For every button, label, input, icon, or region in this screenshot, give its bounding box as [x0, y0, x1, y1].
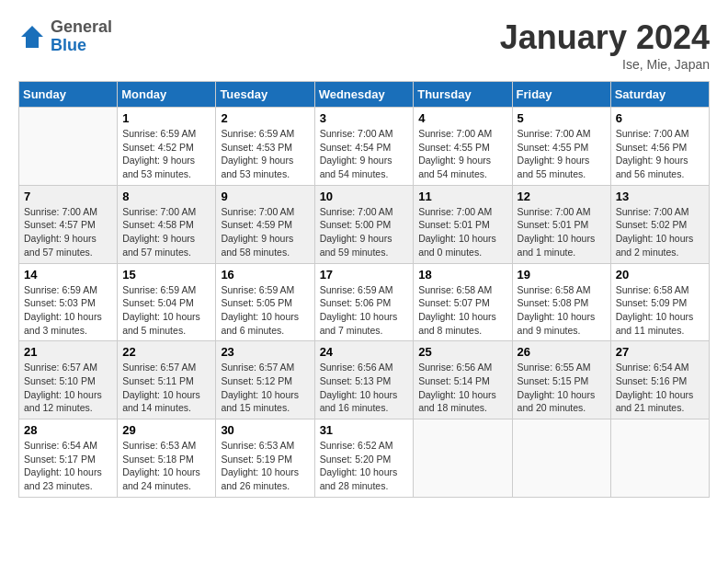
day-info: Sunrise: 6:56 AMSunset: 5:14 PMDaylight:… [418, 361, 506, 415]
calendar-cell: 19Sunrise: 6:58 AMSunset: 5:08 PMDayligh… [512, 263, 610, 341]
day-number: 19 [518, 268, 606, 282]
day-number: 30 [221, 423, 309, 437]
day-number: 9 [221, 190, 309, 203]
day-number: 6 [616, 111, 704, 125]
calendar-cell: 21Sunrise: 6:57 AMSunset: 5:10 PMDayligh… [19, 341, 118, 419]
day-info: Sunrise: 7:00 AMSunset: 5:01 PMDaylight:… [518, 205, 606, 259]
day-number: 4 [418, 111, 506, 125]
calendar-table: SundayMondayTuesdayWednesdayThursdayFrid… [18, 81, 710, 498]
calendar-cell: 15Sunrise: 6:59 AMSunset: 5:04 PMDayligh… [118, 263, 216, 341]
calendar-cell: 10Sunrise: 7:00 AMSunset: 5:00 PMDayligh… [314, 185, 414, 263]
calendar-cell: 25Sunrise: 6:56 AMSunset: 5:14 PMDayligh… [414, 341, 512, 419]
day-info: Sunrise: 6:53 AMSunset: 5:18 PMDaylight:… [122, 439, 210, 493]
day-info: Sunrise: 6:57 AMSunset: 5:12 PMDaylight:… [221, 361, 309, 415]
calendar-cell: 5Sunrise: 7:00 AMSunset: 4:55 PMDaylight… [512, 108, 610, 186]
day-info: Sunrise: 6:57 AMSunset: 5:10 PMDaylight:… [24, 361, 112, 415]
calendar-header-tuesday: Tuesday [216, 82, 314, 108]
day-info: Sunrise: 6:59 AMSunset: 5:04 PMDaylight:… [122, 283, 210, 338]
calendar-cell [19, 108, 118, 186]
day-number: 27 [616, 345, 704, 359]
calendar-cell: 29Sunrise: 6:53 AMSunset: 5:18 PMDayligh… [118, 419, 216, 498]
day-number: 23 [221, 345, 309, 359]
logo-general: General [51, 18, 112, 37]
calendar-header-sunday: Sunday [19, 82, 118, 108]
day-info: Sunrise: 6:57 AMSunset: 5:11 PMDaylight:… [122, 361, 210, 415]
day-number: 24 [320, 345, 409, 359]
day-number: 22 [122, 345, 210, 359]
day-info: Sunrise: 6:59 AMSunset: 5:05 PMDaylight:… [221, 283, 309, 338]
calendar-cell [610, 419, 709, 498]
day-info: Sunrise: 6:58 AMSunset: 5:08 PMDaylight:… [518, 283, 606, 338]
calendar-cell: 9Sunrise: 7:00 AMSunset: 4:59 PMDaylight… [216, 185, 314, 263]
calendar-cell: 27Sunrise: 6:54 AMSunset: 5:16 PMDayligh… [610, 341, 709, 419]
day-info: Sunrise: 7:00 AMSunset: 5:00 PMDaylight:… [320, 205, 409, 259]
calendar-header-friday: Friday [512, 82, 610, 108]
day-number: 16 [221, 268, 309, 282]
calendar-cell: 7Sunrise: 7:00 AMSunset: 4:57 PMDaylight… [19, 185, 118, 263]
day-info: Sunrise: 7:00 AMSunset: 4:55 PMDaylight:… [418, 127, 506, 181]
calendar-cell: 14Sunrise: 6:59 AMSunset: 5:03 PMDayligh… [19, 263, 118, 341]
calendar-week-row: 7Sunrise: 7:00 AMSunset: 4:57 PMDaylight… [19, 185, 710, 263]
calendar-cell: 24Sunrise: 6:56 AMSunset: 5:13 PMDayligh… [314, 341, 414, 419]
day-number: 15 [122, 268, 210, 282]
calendar-cell [414, 419, 512, 498]
day-number: 31 [320, 423, 409, 437]
calendar-cell: 8Sunrise: 7:00 AMSunset: 4:58 PMDaylight… [118, 185, 216, 263]
location: Ise, Mie, Japan [500, 57, 710, 72]
calendar-cell: 11Sunrise: 7:00 AMSunset: 5:01 PMDayligh… [414, 185, 512, 263]
day-info: Sunrise: 7:00 AMSunset: 5:02 PMDaylight:… [616, 205, 704, 259]
day-info: Sunrise: 6:59 AMSunset: 4:53 PMDaylight:… [221, 127, 309, 181]
svg-marker-0 [21, 26, 43, 48]
calendar-cell: 30Sunrise: 6:53 AMSunset: 5:19 PMDayligh… [216, 419, 314, 498]
day-info: Sunrise: 6:59 AMSunset: 4:52 PMDaylight:… [122, 127, 210, 181]
day-info: Sunrise: 7:00 AMSunset: 4:55 PMDaylight:… [518, 127, 606, 181]
calendar-cell: 23Sunrise: 6:57 AMSunset: 5:12 PMDayligh… [216, 341, 314, 419]
day-info: Sunrise: 7:00 AMSunset: 4:59 PMDaylight:… [221, 205, 309, 259]
calendar-cell: 1Sunrise: 6:59 AMSunset: 4:52 PMDaylight… [118, 108, 216, 186]
logo-text: General Blue [51, 18, 112, 55]
day-info: Sunrise: 7:00 AMSunset: 4:54 PMDaylight:… [320, 127, 409, 181]
day-info: Sunrise: 7:00 AMSunset: 4:58 PMDaylight:… [122, 205, 210, 259]
day-number: 8 [122, 190, 210, 203]
day-number: 3 [320, 111, 409, 125]
day-info: Sunrise: 6:52 AMSunset: 5:20 PMDaylight:… [320, 439, 409, 493]
calendar-cell: 26Sunrise: 6:55 AMSunset: 5:15 PMDayligh… [512, 341, 610, 419]
calendar-cell: 18Sunrise: 6:58 AMSunset: 5:07 PMDayligh… [414, 263, 512, 341]
day-number: 28 [24, 423, 112, 437]
day-info: Sunrise: 6:56 AMSunset: 5:13 PMDaylight:… [320, 361, 409, 415]
day-number: 17 [320, 268, 409, 282]
calendar-week-row: 1Sunrise: 6:59 AMSunset: 4:52 PMDaylight… [19, 108, 710, 186]
day-number: 29 [122, 423, 210, 437]
calendar-cell: 16Sunrise: 6:59 AMSunset: 5:05 PMDayligh… [216, 263, 314, 341]
day-number: 14 [24, 268, 112, 282]
day-number: 26 [518, 345, 606, 359]
title-block: January 2024 Ise, Mie, Japan [500, 18, 710, 72]
month-title: January 2024 [500, 18, 710, 57]
calendar-header-thursday: Thursday [414, 82, 512, 108]
page-header: General Blue January 2024 Ise, Mie, Japa… [18, 18, 710, 72]
calendar-cell: 20Sunrise: 6:58 AMSunset: 5:09 PMDayligh… [610, 263, 709, 341]
day-number: 11 [418, 190, 506, 203]
day-info: Sunrise: 6:59 AMSunset: 5:06 PMDaylight:… [320, 283, 409, 338]
day-info: Sunrise: 6:55 AMSunset: 5:15 PMDaylight:… [518, 361, 606, 415]
day-info: Sunrise: 6:58 AMSunset: 5:07 PMDaylight:… [418, 283, 506, 338]
calendar-header-saturday: Saturday [610, 82, 709, 108]
calendar-header-wednesday: Wednesday [314, 82, 414, 108]
calendar-cell: 6Sunrise: 7:00 AMSunset: 4:56 PMDaylight… [610, 108, 709, 186]
calendar-cell [512, 419, 610, 498]
calendar-week-row: 28Sunrise: 6:54 AMSunset: 5:17 PMDayligh… [19, 419, 710, 498]
calendar-week-row: 14Sunrise: 6:59 AMSunset: 5:03 PMDayligh… [19, 263, 710, 341]
calendar-cell: 13Sunrise: 7:00 AMSunset: 5:02 PMDayligh… [610, 185, 709, 263]
calendar-cell: 31Sunrise: 6:52 AMSunset: 5:20 PMDayligh… [314, 419, 414, 498]
calendar-cell: 22Sunrise: 6:57 AMSunset: 5:11 PMDayligh… [118, 341, 216, 419]
day-number: 20 [616, 268, 704, 282]
day-info: Sunrise: 7:00 AMSunset: 4:56 PMDaylight:… [616, 127, 704, 181]
day-number: 5 [518, 111, 606, 125]
logo-blue: Blue [51, 37, 112, 55]
calendar-week-row: 21Sunrise: 6:57 AMSunset: 5:10 PMDayligh… [19, 341, 710, 419]
calendar-cell: 28Sunrise: 6:54 AMSunset: 5:17 PMDayligh… [19, 419, 118, 498]
calendar-cell: 12Sunrise: 7:00 AMSunset: 5:01 PMDayligh… [512, 185, 610, 263]
calendar-cell: 17Sunrise: 6:59 AMSunset: 5:06 PMDayligh… [314, 263, 414, 341]
day-info: Sunrise: 7:00 AMSunset: 5:01 PMDaylight:… [418, 205, 506, 259]
day-info: Sunrise: 6:53 AMSunset: 5:19 PMDaylight:… [221, 439, 309, 493]
